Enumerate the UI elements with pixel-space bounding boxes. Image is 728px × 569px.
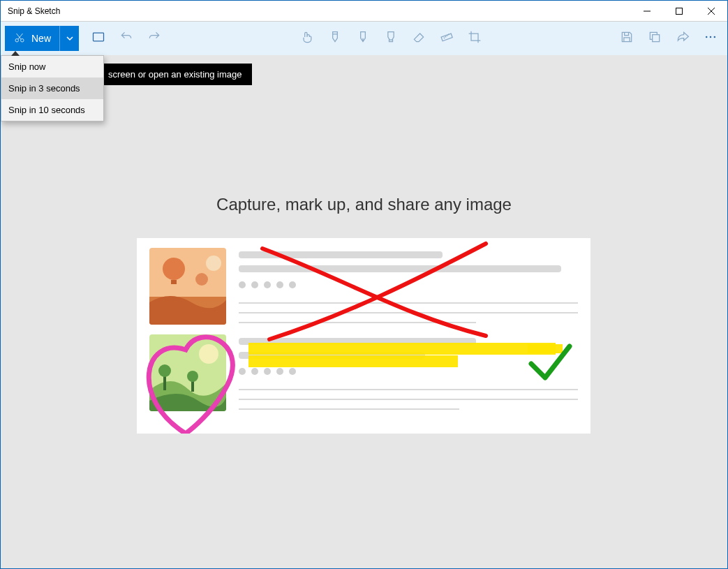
highlighter-button[interactable] bbox=[377, 24, 405, 52]
title-bar: Snip & Sketch bbox=[1, 1, 727, 22]
pencil-pen-icon bbox=[356, 30, 370, 47]
app-window: Snip & Sketch New bbox=[0, 0, 728, 569]
welcome-illustration bbox=[137, 238, 590, 434]
svg-rect-12 bbox=[171, 280, 177, 284]
illustration-thumb-balloons bbox=[149, 248, 226, 325]
hint-tooltip-text: screen or open an existing image bbox=[108, 69, 242, 80]
snip-icon bbox=[13, 31, 26, 46]
svg-point-13 bbox=[195, 273, 208, 286]
ruler-button[interactable] bbox=[433, 24, 461, 52]
eraser-button[interactable] bbox=[405, 24, 433, 52]
svg-rect-4 bbox=[441, 34, 452, 41]
svg-point-16 bbox=[199, 344, 218, 364]
toolbar: New bbox=[1, 22, 727, 55]
share-button[interactable] bbox=[669, 24, 697, 52]
redo-icon bbox=[147, 30, 161, 47]
touch-writing-button[interactable] bbox=[293, 24, 321, 52]
svg-rect-5 bbox=[653, 35, 660, 42]
hint-tooltip: screen or open an existing image bbox=[98, 64, 252, 85]
new-snip-menu: Snip now Snip in 3 seconds Snip in 10 se… bbox=[1, 55, 104, 121]
new-snip-button[interactable]: New bbox=[5, 26, 59, 51]
chevron-down-icon bbox=[66, 33, 73, 44]
svg-rect-0 bbox=[676, 8, 683, 14]
welcome-headline: Capture, mark up, and share any image bbox=[1, 195, 727, 214]
window-title: Snip & Sketch bbox=[1, 6, 631, 16]
more-icon bbox=[704, 30, 718, 47]
minimize-button[interactable] bbox=[631, 1, 663, 22]
svg-point-7 bbox=[710, 36, 712, 38]
svg-point-20 bbox=[187, 371, 198, 382]
svg-point-8 bbox=[714, 36, 716, 38]
svg-point-14 bbox=[206, 256, 221, 271]
new-snip-label: New bbox=[31, 33, 51, 44]
open-folder-icon bbox=[91, 30, 105, 47]
maximize-button[interactable] bbox=[663, 1, 695, 22]
share-icon bbox=[676, 30, 690, 47]
menu-item-snip-10s[interactable]: Snip in 10 seconds bbox=[1, 99, 103, 121]
copy-icon bbox=[648, 30, 662, 47]
undo-icon bbox=[119, 30, 133, 47]
svg-point-11 bbox=[163, 258, 185, 280]
redo-button[interactable] bbox=[140, 24, 168, 52]
highlighter-pen-icon bbox=[384, 30, 398, 47]
undo-button[interactable] bbox=[112, 24, 140, 52]
illustration-thumb-hills bbox=[149, 334, 226, 411]
ballpoint-pen-button[interactable] bbox=[321, 24, 349, 52]
menu-item-snip-now[interactable]: Snip now bbox=[1, 56, 103, 77]
save-icon bbox=[620, 30, 634, 47]
crop-icon bbox=[468, 30, 482, 47]
content-area: screen or open an existing image Capture… bbox=[1, 55, 727, 568]
close-button[interactable] bbox=[695, 1, 727, 22]
ruler-icon bbox=[440, 30, 454, 47]
svg-point-18 bbox=[158, 364, 171, 377]
new-snip-dropdown-button[interactable] bbox=[59, 26, 79, 51]
crop-button[interactable] bbox=[461, 24, 489, 52]
eraser-icon bbox=[412, 30, 426, 47]
pencil-button[interactable] bbox=[349, 24, 377, 52]
touch-write-icon bbox=[300, 30, 314, 47]
new-snip-split-button[interactable]: New bbox=[5, 26, 79, 51]
open-file-button[interactable] bbox=[84, 24, 112, 52]
save-button[interactable] bbox=[613, 24, 641, 52]
copy-button[interactable] bbox=[641, 24, 669, 52]
menu-item-snip-3s[interactable]: Snip in 3 seconds bbox=[1, 77, 103, 99]
svg-point-6 bbox=[706, 36, 708, 38]
svg-rect-3 bbox=[94, 33, 104, 41]
more-button[interactable] bbox=[697, 24, 725, 52]
ballpoint-pen-icon bbox=[328, 30, 342, 47]
